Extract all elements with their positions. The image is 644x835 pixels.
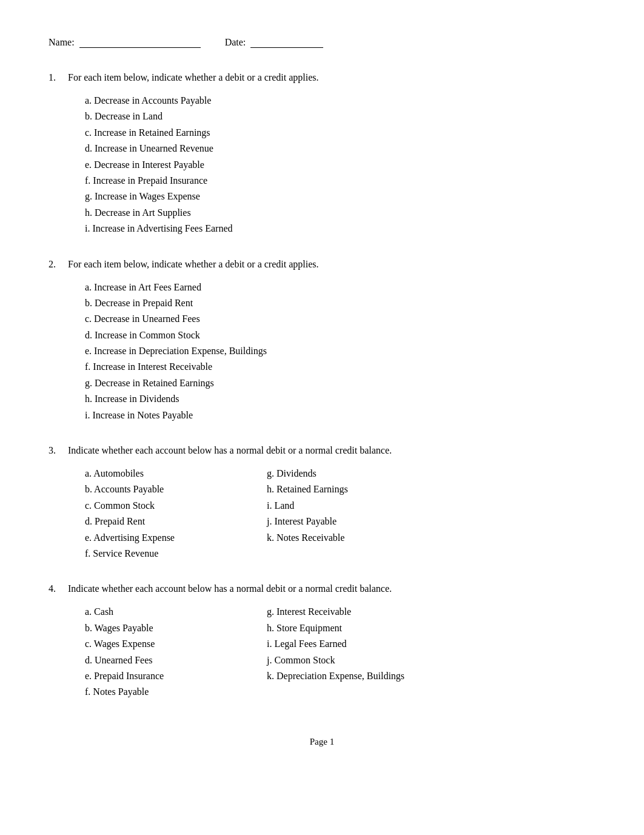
question-2: 2.For each item below, indicate whether …: [49, 259, 595, 424]
question-1: 1.For each item below, indicate whether …: [49, 72, 595, 237]
question-3: 3.Indicate whether each account below ha…: [49, 445, 595, 562]
name-field: Name:: [49, 36, 201, 48]
question-2-header: 2.For each item below, indicate whether …: [49, 259, 595, 270]
list-item: i. Increase in Notes Payable: [85, 407, 595, 423]
list-item: k. Notes Receivable: [267, 530, 595, 546]
question-3-two-col: a. Automobilesg. Dividendsb. Accounts Pa…: [85, 466, 595, 562]
question-3-number: 3.: [49, 445, 68, 456]
list-item: d. Increase in Unearned Revenue: [85, 141, 595, 156]
list-item: g. Decrease in Retained Earnings: [85, 375, 595, 391]
list-item: a. Increase in Art Fees Earned: [85, 280, 595, 295]
list-item: g. Dividends: [267, 466, 595, 481]
question-4-two-col: a. Cashg. Interest Receivableb. Wages Pa…: [85, 604, 595, 700]
question-3-header: 3.Indicate whether each account below ha…: [49, 445, 595, 456]
question-2-list: a. Increase in Art Fees Earnedb. Decreas…: [85, 280, 595, 424]
list-item: [267, 546, 595, 562]
list-item: d. Increase in Common Stock: [85, 327, 595, 343]
list-item: c. Increase in Retained Earnings: [85, 125, 595, 141]
question-4-text: Indicate whether each account below has …: [68, 583, 392, 594]
question-4-number: 4.: [49, 583, 68, 594]
list-item: f. Increase in Prepaid Insurance: [85, 173, 595, 189]
list-item: a. Decrease in Accounts Payable: [85, 93, 595, 109]
list-item: f. Increase in Interest Receivable: [85, 359, 595, 375]
name-line: [79, 36, 201, 48]
list-item: [267, 684, 595, 700]
question-1-list: a. Decrease in Accounts Payableb. Decrea…: [85, 93, 595, 237]
list-item: h. Decrease in Art Supplies: [85, 205, 595, 221]
list-item: c. Wages Expense: [85, 636, 255, 652]
list-item: a. Cash: [85, 604, 255, 620]
list-item: e. Advertising Expense: [85, 530, 255, 546]
list-item: g. Interest Receivable: [267, 604, 595, 620]
list-item: i. Increase in Advertising Fees Earned: [85, 221, 595, 236]
list-item: b. Decrease in Land: [85, 109, 595, 124]
question-2-number: 2.: [49, 259, 68, 270]
list-item: d. Prepaid Rent: [85, 514, 255, 529]
list-item: d. Unearned Fees: [85, 652, 255, 668]
list-item: j. Common Stock: [267, 652, 595, 668]
list-item: b. Wages Payable: [85, 620, 255, 636]
list-item: b. Decrease in Prepaid Rent: [85, 295, 595, 311]
date-line: [250, 36, 323, 48]
list-item: f. Notes Payable: [85, 684, 255, 700]
question-2-text: For each item below, indicate whether a …: [68, 259, 318, 270]
list-item: f. Service Revenue: [85, 546, 255, 562]
list-item: i. Land: [267, 498, 595, 514]
page-number: Page 1: [310, 737, 334, 746]
list-item: b. Accounts Payable: [85, 481, 255, 497]
header: Name: Date:: [49, 36, 595, 48]
page-footer: Page 1: [49, 737, 595, 747]
list-item: e. Prepaid Insurance: [85, 668, 255, 684]
list-item: k. Depreciation Expense, Buildings: [267, 668, 595, 684]
question-4: 4.Indicate whether each account below ha…: [49, 583, 595, 700]
name-label: Name:: [49, 37, 75, 48]
question-4-header: 4.Indicate whether each account below ha…: [49, 583, 595, 594]
list-item: e. Decrease in Interest Payable: [85, 157, 595, 173]
question-1-header: 1.For each item below, indicate whether …: [49, 72, 595, 83]
date-field: Date:: [225, 36, 324, 48]
list-item: h. Increase in Dividends: [85, 391, 595, 407]
list-item: e. Increase in Depreciation Expense, Bui…: [85, 343, 595, 359]
question-3-text: Indicate whether each account below has …: [68, 445, 392, 456]
list-item: h. Retained Earnings: [267, 481, 595, 497]
list-item: c. Common Stock: [85, 498, 255, 514]
list-item: i. Legal Fees Earned: [267, 636, 595, 652]
list-item: j. Interest Payable: [267, 514, 595, 529]
list-item: c. Decrease in Unearned Fees: [85, 311, 595, 327]
list-item: g. Increase in Wages Expense: [85, 189, 595, 204]
question-1-text: For each item below, indicate whether a …: [68, 72, 318, 83]
list-item: h. Store Equipment: [267, 620, 595, 636]
question-1-number: 1.: [49, 72, 68, 83]
list-item: a. Automobiles: [85, 466, 255, 481]
date-label: Date:: [225, 37, 246, 48]
